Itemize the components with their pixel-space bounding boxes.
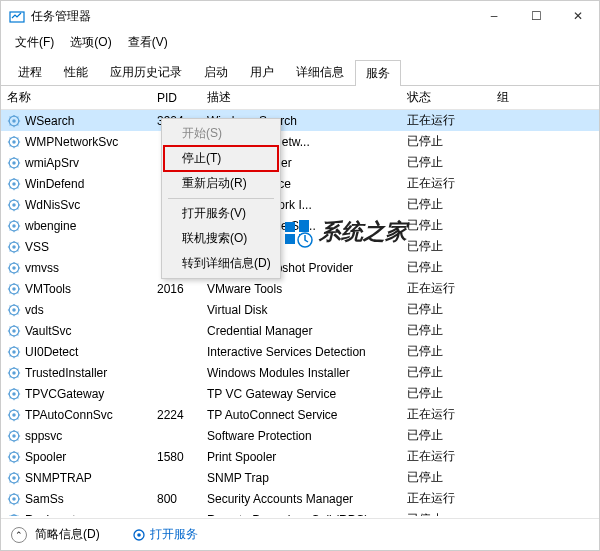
service-status: 已停止	[401, 425, 491, 446]
service-group	[491, 245, 599, 249]
service-row[interactable]: VMTools2016VMware Tools正在运行	[1, 278, 599, 299]
service-name: UI0Detect	[25, 345, 78, 359]
service-name: WMPNetworkSvc	[25, 135, 118, 149]
service-row[interactable]: Spooler1580Print Spooler正在运行	[1, 446, 599, 467]
service-row[interactable]: wmiApSrvrmance Adapter已停止	[1, 152, 599, 173]
service-pid: 1580	[151, 448, 201, 466]
service-pid	[151, 392, 201, 396]
service-row[interactable]: WdNisSvcefender Network I...已停止	[1, 194, 599, 215]
tab-2[interactable]: 应用历史记录	[99, 59, 193, 85]
service-row[interactable]: WSearch3904Windows Search正在运行	[1, 110, 599, 131]
svg-point-4	[12, 140, 16, 144]
service-row[interactable]: WinDefendefender Service正在运行	[1, 173, 599, 194]
service-name: SNMPTRAP	[25, 471, 92, 485]
menu-options[interactable]: 选项(O)	[64, 32, 117, 53]
service-group	[491, 413, 599, 417]
service-desc: TP AutoConnect Service	[201, 406, 401, 424]
statusbar: ⌃ 简略信息(D) 打开服务	[1, 518, 599, 550]
service-row[interactable]: TPAutoConnSvc2224TP AutoConnect Service正…	[1, 404, 599, 425]
svg-point-16	[12, 266, 16, 270]
ctx-goto-details[interactable]: 转到详细信息(D)	[164, 251, 278, 276]
service-group	[491, 434, 599, 438]
ctx-start: 开始(S)	[164, 121, 278, 146]
service-row[interactable]: sppsvcSoftware Protection已停止	[1, 425, 599, 446]
service-status: 已停止	[401, 383, 491, 404]
ctx-search-online[interactable]: 联机搜索(O)	[164, 226, 278, 251]
tab-5[interactable]: 详细信息	[285, 59, 355, 85]
service-name: sppsvc	[25, 429, 62, 443]
menubar: 文件(F) 选项(O) 查看(V)	[1, 31, 599, 53]
col-header-name[interactable]: 名称	[1, 87, 151, 108]
service-group	[491, 203, 599, 207]
service-status: 已停止	[401, 131, 491, 152]
service-name: wbengine	[25, 219, 76, 233]
tab-1[interactable]: 性能	[53, 59, 99, 85]
service-status: 已停止	[401, 467, 491, 488]
service-status: 已停止	[401, 362, 491, 383]
ctx-restart[interactable]: 重新启动(R)	[164, 171, 278, 196]
tabs: 进程性能应用历史记录启动用户详细信息服务	[1, 53, 599, 86]
service-name: TrustedInstaller	[25, 366, 107, 380]
svg-point-26	[12, 371, 16, 375]
service-row[interactable]: SNMPTRAPSNMP Trap已停止	[1, 467, 599, 488]
col-header-group[interactable]: 组	[491, 87, 599, 108]
minimize-button[interactable]: –	[473, 1, 515, 31]
service-row[interactable]: SamSs800Security Accounts Manager正在运行	[1, 488, 599, 509]
menu-file[interactable]: 文件(F)	[9, 32, 60, 53]
service-row[interactable]: UI0DetectInteractive Services Detection已…	[1, 341, 599, 362]
service-name: VSS	[25, 240, 49, 254]
brief-info-link[interactable]: 简略信息(D)	[35, 526, 100, 543]
svg-point-36	[12, 476, 16, 480]
service-name: WinDefend	[25, 177, 84, 191]
service-desc: Credential Manager	[201, 322, 401, 340]
window-title: 任务管理器	[31, 8, 473, 25]
svg-point-28	[12, 392, 16, 396]
service-pid	[151, 434, 201, 438]
service-pid	[151, 476, 201, 480]
ctx-open-services[interactable]: 打开服务(V)	[164, 201, 278, 226]
tab-4[interactable]: 用户	[239, 59, 285, 85]
service-name: WSearch	[25, 114, 74, 128]
col-header-status[interactable]: 状态	[401, 87, 491, 108]
service-row[interactable]: vmvssVMware Snapshot Provider已停止	[1, 257, 599, 278]
service-row[interactable]: TrustedInstallerWindows Modules Installe…	[1, 362, 599, 383]
close-button[interactable]: ✕	[557, 1, 599, 31]
service-group	[491, 266, 599, 270]
service-pid	[151, 371, 201, 375]
service-row[interactable]: VSS已停止	[1, 236, 599, 257]
open-services-link[interactable]: 打开服务	[132, 526, 198, 543]
service-row[interactable]: vdsVirtual Disk已停止	[1, 299, 599, 320]
grid-header: 名称 PID 描述 状态 组	[1, 86, 599, 110]
col-header-pid[interactable]: PID	[151, 89, 201, 107]
service-row[interactable]: WMPNetworkSvcledia Player Netw...已停止	[1, 131, 599, 152]
tab-3[interactable]: 启动	[193, 59, 239, 85]
svg-point-14	[12, 245, 16, 249]
ctx-stop[interactable]: 停止(T)	[164, 146, 278, 171]
tab-0[interactable]: 进程	[7, 59, 53, 85]
svg-point-20	[12, 308, 16, 312]
service-pid	[151, 350, 201, 354]
service-status: 正在运行	[401, 488, 491, 509]
tab-6[interactable]: 服务	[355, 60, 401, 86]
menu-view[interactable]: 查看(V)	[122, 32, 174, 53]
grid-rows[interactable]: WSearch3904Windows Search正在运行WMPNetworkS…	[1, 110, 599, 516]
service-name: TPAutoConnSvc	[25, 408, 113, 422]
svg-point-12	[12, 224, 16, 228]
service-desc: VMware Tools	[201, 280, 401, 298]
service-group	[491, 476, 599, 480]
service-group	[491, 350, 599, 354]
service-row[interactable]: TPVCGatewayTP VC Gateway Service已停止	[1, 383, 599, 404]
service-name: wmiApSrv	[25, 156, 79, 170]
service-status: 已停止	[401, 320, 491, 341]
service-group	[491, 287, 599, 291]
svg-point-6	[12, 161, 16, 165]
service-status: 正在运行	[401, 278, 491, 299]
service-row[interactable]: RpcLocatorRemote Procedure Call (RPC) ..…	[1, 509, 599, 516]
maximize-button[interactable]: ☐	[515, 1, 557, 31]
chevron-icon[interactable]: ⌃	[11, 527, 27, 543]
service-row[interactable]: wbengineBackup Engine Se...已停止	[1, 215, 599, 236]
service-name: VaultSvc	[25, 324, 71, 338]
col-header-desc[interactable]: 描述	[201, 87, 401, 108]
service-status: 已停止	[401, 236, 491, 257]
service-row[interactable]: VaultSvcCredential Manager已停止	[1, 320, 599, 341]
